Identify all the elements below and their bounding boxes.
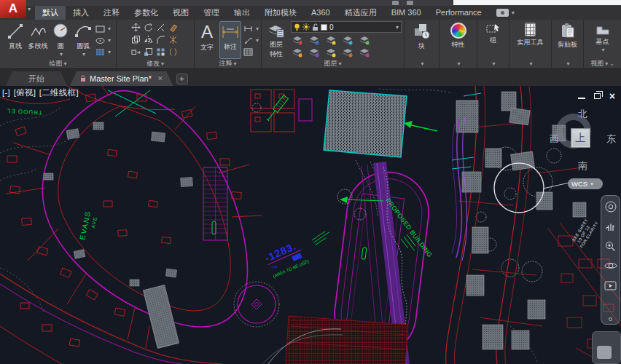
ribbon-tab-parametric[interactable]: 参数化 bbox=[127, 6, 165, 20]
ribbon-tab-addins[interactable]: 附加模块 bbox=[257, 6, 304, 20]
polyline-button[interactable]: 多段线 bbox=[28, 21, 48, 59]
ribbon-tab-view[interactable]: 视图 bbox=[165, 6, 196, 20]
panel-clipboard-label[interactable]: ▾ bbox=[552, 59, 583, 68]
dropdown-arrow-icon[interactable]: ▾ bbox=[108, 49, 111, 55]
quick-access-icon[interactable] bbox=[407, 1, 413, 5]
ribbon-tab-output[interactable]: 输出 bbox=[227, 6, 257, 20]
autocad-logo[interactable]: A bbox=[0, 0, 26, 18]
leader-icon[interactable] bbox=[243, 35, 254, 45]
doc-tab-start[interactable]: 开始 bbox=[6, 71, 67, 86]
viewcube-east[interactable]: 东 bbox=[606, 132, 616, 146]
zoom-icon[interactable] bbox=[604, 240, 617, 253]
dropdown-arrow-icon[interactable]: ▾ bbox=[512, 6, 515, 20]
layer-properties-button[interactable]: 图层 特性 bbox=[264, 21, 289, 59]
clipboard-button[interactable]: 剪贴板 bbox=[558, 21, 578, 59]
viewport-style-control[interactable]: [二维线框] bbox=[39, 88, 79, 97]
panel-view-label[interactable]: 视图▾⌄ bbox=[584, 59, 621, 68]
layer-tool-icon[interactable] bbox=[292, 35, 302, 45]
layer-tool-icon[interactable] bbox=[343, 47, 353, 58]
navbar-options-icon[interactable] bbox=[609, 317, 612, 321]
ellipse-icon[interactable] bbox=[95, 35, 106, 45]
nav-wheel-icon[interactable] bbox=[604, 200, 617, 213]
arc-button[interactable]: 圆弧 ▾ bbox=[73, 21, 93, 59]
dropdown-arrow-icon[interactable]: ▾ bbox=[396, 24, 399, 31]
dropdown-arrow-icon[interactable]: ▾ bbox=[108, 25, 111, 32]
dropdown-arrow-icon[interactable]: ▾ bbox=[82, 51, 85, 58]
explode-icon[interactable] bbox=[168, 34, 179, 44]
mirror-icon[interactable] bbox=[144, 34, 154, 44]
dimension-button[interactable]: 标注 bbox=[219, 21, 241, 59]
panel-modify-label[interactable]: 修改▾ bbox=[117, 59, 194, 68]
restore-icon[interactable] bbox=[594, 93, 601, 99]
ribbon-tab-a360[interactable]: A360 bbox=[304, 6, 337, 20]
close-icon[interactable]: × bbox=[609, 92, 615, 100]
rectangle-icon[interactable] bbox=[95, 23, 106, 33]
ribbon-tab-bim360[interactable]: BIM 360 bbox=[384, 6, 429, 20]
array-icon[interactable] bbox=[156, 47, 166, 57]
panel-block-label[interactable]: ▾ bbox=[405, 59, 439, 68]
layer-tool-icon[interactable] bbox=[326, 47, 336, 58]
table-icon[interactable] bbox=[243, 47, 254, 57]
utilities-button[interactable]: 实用工具 bbox=[518, 21, 544, 59]
doc-tab-master-site-plan[interactable]: Master Site Plan* ✕ bbox=[70, 71, 173, 86]
wcs-selector[interactable]: WCS ▾ bbox=[568, 178, 603, 189]
showmotion-icon[interactable] bbox=[604, 279, 617, 292]
viewport-menu-control[interactable]: [-] bbox=[2, 88, 10, 97]
viewcube-north[interactable]: 北 bbox=[578, 108, 587, 121]
viewcube-west[interactable]: 西 bbox=[550, 132, 559, 146]
layer-tool-icon[interactable] bbox=[359, 47, 370, 58]
ribbon-tab-home[interactable]: 默认 bbox=[35, 6, 66, 20]
layer-tool-icon[interactable] bbox=[309, 47, 319, 58]
ribbon-tab-featured-apps[interactable]: 精选应用 bbox=[337, 6, 384, 20]
dim-linear-icon[interactable] bbox=[243, 23, 254, 33]
ribbon-tab-manage[interactable]: 管理 bbox=[196, 6, 227, 20]
corner-widget[interactable] bbox=[592, 331, 621, 364]
group-button[interactable]: 组 bbox=[483, 21, 504, 59]
rotate-icon[interactable] bbox=[144, 22, 154, 32]
offset-icon[interactable] bbox=[168, 47, 179, 57]
close-tab-icon[interactable]: ✕ bbox=[157, 75, 163, 82]
fillet-icon[interactable] bbox=[156, 34, 166, 44]
layer-select[interactable]: 0 ▾ bbox=[291, 21, 402, 33]
stretch-icon[interactable] bbox=[131, 47, 141, 57]
quick-access-icon[interactable] bbox=[392, 1, 399, 5]
panel-utilities-label[interactable]: ▾ bbox=[509, 59, 551, 68]
viewcube-top-face[interactable]: 上 bbox=[571, 128, 590, 148]
dropdown-arrow-icon[interactable]: ▾ bbox=[256, 25, 259, 32]
viewcube-south[interactable]: 南 bbox=[578, 159, 587, 173]
dropdown-arrow-icon[interactable]: ▾ bbox=[256, 37, 259, 44]
move-icon[interactable] bbox=[131, 22, 141, 32]
new-drawing-button[interactable]: + bbox=[176, 74, 188, 84]
circle-button[interactable]: 圆 ▾ bbox=[50, 21, 71, 59]
panel-layers-label[interactable]: 图层▾ bbox=[262, 59, 404, 68]
basepoint-button[interactable]: 基点 ▾ bbox=[593, 21, 613, 59]
copy-icon[interactable] bbox=[131, 34, 141, 44]
capture-icon[interactable] bbox=[496, 9, 509, 17]
block-button[interactable]: 块 bbox=[412, 21, 432, 59]
text-button[interactable]: A 文字 bbox=[197, 21, 217, 59]
app-menu-arrow-icon[interactable]: ▾ bbox=[28, 6, 31, 12]
panel-group-label[interactable]: ▾ bbox=[477, 59, 509, 68]
layer-tool-icon[interactable] bbox=[309, 35, 319, 45]
hatch-icon[interactable] bbox=[95, 47, 106, 57]
ribbon-tab-annotate[interactable]: 注释 bbox=[96, 6, 127, 20]
panel-draw-label[interactable]: 绘图▾ bbox=[0, 59, 116, 68]
orbit-icon[interactable] bbox=[604, 259, 617, 272]
dropdown-arrow-icon[interactable]: ▾ bbox=[601, 47, 604, 53]
trim-icon[interactable] bbox=[156, 22, 166, 32]
panel-annotate-label[interactable]: 注释▾ bbox=[195, 59, 261, 68]
panel-expand-icon[interactable]: ⌄ bbox=[609, 60, 614, 67]
line-button[interactable]: 直线 bbox=[5, 21, 26, 59]
layer-tool-icon[interactable] bbox=[326, 35, 336, 45]
erase-icon[interactable] bbox=[168, 22, 179, 32]
properties-button[interactable]: 特性 bbox=[448, 21, 469, 59]
layer-tool-icon[interactable] bbox=[292, 47, 302, 58]
drawing-canvas[interactable]: PROPOSED BUILDING -1283. 7% (AREA TO BE … bbox=[0, 86, 621, 364]
viewport-view-control[interactable]: [俯视] bbox=[14, 88, 36, 97]
layer-tool-icon[interactable] bbox=[359, 35, 370, 45]
scale-icon[interactable] bbox=[144, 47, 154, 57]
pan-icon[interactable] bbox=[604, 220, 617, 233]
panel-properties-label[interactable]: ▾ bbox=[440, 59, 477, 68]
dropdown-arrow-icon[interactable]: ▾ bbox=[60, 51, 63, 58]
minimize-icon[interactable] bbox=[578, 98, 585, 99]
